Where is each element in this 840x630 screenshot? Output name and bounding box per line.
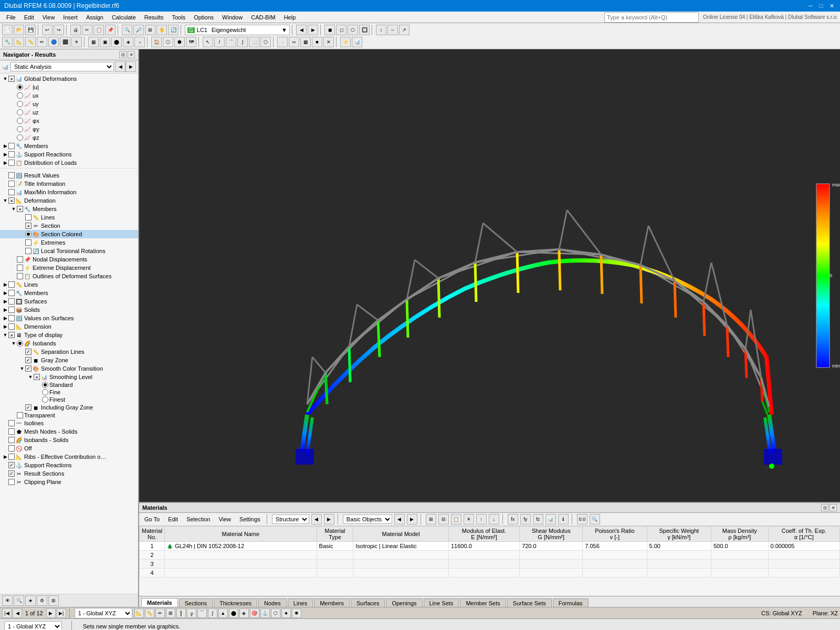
- tab-openings[interactable]: Openings: [386, 598, 422, 607]
- tree-u[interactable]: 📈 |u|: [0, 83, 138, 91]
- tb2-polygon[interactable]: ⬠: [260, 37, 271, 47]
- tree-mesh-nodes-solids[interactable]: ⬟ Mesh Nodes - Solids: [0, 427, 138, 436]
- btb15[interactable]: ★: [281, 608, 291, 618]
- radio-u[interactable]: [17, 84, 23, 90]
- tb-open[interactable]: 📂: [14, 25, 24, 35]
- 3d-view-area[interactable]: max min 0: [139, 49, 840, 502]
- btb13[interactable]: ⚓: [260, 608, 270, 618]
- check-extreme-disp[interactable]: [17, 265, 23, 271]
- tree-separation-lines[interactable]: 📏 Separation Lines: [0, 348, 138, 356]
- check-result-values[interactable]: [8, 172, 15, 178]
- menu-help[interactable]: Help: [280, 13, 300, 22]
- tree-standard[interactable]: Standard: [0, 381, 138, 388]
- tree-surfaces[interactable]: ▶ 🔲 Surfaces: [0, 297, 138, 306]
- minimize-button[interactable]: ─: [806, 2, 815, 10]
- check-isolines[interactable]: [8, 420, 15, 426]
- tb2-10[interactable]: ⬤: [111, 37, 122, 47]
- nav-tb-star[interactable]: ★: [25, 595, 36, 606]
- expand-deformation[interactable]: ▼: [2, 198, 8, 203]
- check-clipping-plane[interactable]: [8, 479, 15, 485]
- tab-materials[interactable]: Materials: [141, 598, 178, 607]
- tree-isobands-solids[interactable]: 🌈 Isobands - Solids: [0, 436, 138, 444]
- panel-tb2[interactable]: ⊟: [438, 514, 449, 524]
- panel-tb3[interactable]: 📋: [451, 514, 461, 524]
- panel-goto[interactable]: Go To: [141, 515, 163, 523]
- tree-phiz[interactable]: 📈 φz: [0, 133, 138, 142]
- table-cell[interactable]: [448, 551, 519, 560]
- view-select[interactable]: 1 - Global XYZ: [4, 621, 62, 631]
- check-mesh-nodes-solids[interactable]: [8, 428, 15, 435]
- tb2-solid[interactable]: ■: [312, 37, 322, 47]
- tab-formulas[interactable]: Formulas: [553, 598, 589, 607]
- tree-extreme-disp[interactable]: ⚡ Extreme Displacement: [0, 264, 138, 272]
- btb3[interactable]: ✏: [155, 608, 165, 618]
- expand-surfaces[interactable]: ▶: [2, 299, 8, 304]
- menu-cad-bim[interactable]: CAD-BIM: [247, 13, 279, 22]
- check-members-top[interactable]: [8, 143, 15, 149]
- radio-phiz[interactable]: [17, 134, 23, 141]
- table-cell[interactable]: 7.056: [583, 542, 647, 551]
- table-cell[interactable]: [711, 569, 768, 578]
- tab-line-sets[interactable]: Line Sets: [424, 598, 459, 607]
- tb2-rect[interactable]: ⬜: [249, 37, 259, 47]
- table-cell[interactable]: [317, 551, 353, 560]
- tree-dimension[interactable]: ▶ 📐 Dimension: [0, 322, 138, 331]
- tree-isobands[interactable]: ▼ 🌈 Isobands: [0, 339, 138, 348]
- check-off[interactable]: [8, 445, 15, 452]
- check-global-deformations[interactable]: [8, 76, 15, 82]
- check-dimension[interactable]: [8, 323, 15, 330]
- check-maxmin[interactable]: [8, 189, 15, 195]
- expand-values-surfaces[interactable]: ▶: [2, 316, 8, 321]
- tb-next-lc[interactable]: ▶: [308, 25, 318, 35]
- table-cell[interactable]: 0.000005: [768, 542, 839, 551]
- table-cell[interactable]: 5.00: [647, 542, 711, 551]
- tree-deformation[interactable]: ▼ 📐 Deformation: [0, 196, 138, 205]
- radio-phix[interactable]: [17, 118, 23, 124]
- tab-sections[interactable]: Sections: [179, 598, 213, 607]
- tb2-node[interactable]: ·: [277, 37, 288, 47]
- tree-lines-top[interactable]: ▶ 📏 Lines: [0, 280, 138, 289]
- tb-render1[interactable]: ◼: [324, 25, 335, 35]
- btb10[interactable]: ⬤: [229, 608, 238, 618]
- table-cell[interactable]: [165, 569, 317, 578]
- btb4[interactable]: ⊞: [166, 608, 175, 618]
- table-cell[interactable]: Isotropic | Linear Elastic: [353, 542, 449, 551]
- tb2-calc[interactable]: ⚡: [340, 37, 351, 47]
- tree-members-top[interactable]: ▶ 🔧 Members: [0, 142, 138, 150]
- expand-support-top[interactable]: ▶: [2, 152, 8, 157]
- menu-window[interactable]: Window: [218, 13, 247, 22]
- check-smoothing[interactable]: [34, 374, 40, 380]
- btb6[interactable]: ╔: [187, 608, 196, 618]
- table-cell[interactable]: [353, 551, 449, 560]
- table-cell[interactable]: [165, 560, 317, 569]
- menu-options[interactable]: Options: [190, 13, 218, 22]
- tb2-6[interactable]: ⬛: [60, 37, 70, 47]
- expand-solids[interactable]: ▶: [2, 307, 8, 312]
- nav-next[interactable]: ▶: [125, 61, 136, 72]
- expand-icon[interactable]: ▼: [2, 76, 8, 81]
- check-lines-top[interactable]: [8, 281, 15, 288]
- tb-redo[interactable]: ↪: [54, 25, 64, 35]
- tab-lines[interactable]: Lines: [288, 598, 313, 607]
- tb-ax1[interactable]: ↕: [376, 25, 386, 35]
- expand-distribution[interactable]: ▶: [2, 160, 8, 165]
- btb11[interactable]: ◈: [239, 608, 249, 618]
- tab-surface-sets[interactable]: Surface Sets: [507, 598, 552, 607]
- tree-def-members[interactable]: ▼ 🔧 Members: [0, 205, 138, 213]
- tb-render3[interactable]: ⬡: [348, 25, 358, 35]
- check-isobands-solids[interactable]: [8, 437, 15, 443]
- tab-nodes[interactable]: Nodes: [258, 598, 287, 607]
- table-cell[interactable]: 4: [140, 569, 165, 578]
- table-cell[interactable]: 11600.0: [448, 542, 519, 551]
- tree-nodal-disp[interactable]: 📌 Nodal Displacements: [0, 255, 138, 264]
- prev-page[interactable]: ◀: [13, 608, 22, 618]
- nav-undock[interactable]: ⊡: [119, 51, 127, 58]
- tb-zoom-in[interactable]: 🔍: [122, 25, 132, 35]
- tree-solids[interactable]: ▶ 📦 Solids: [0, 306, 138, 314]
- tb-render4[interactable]: 🔲: [359, 25, 370, 35]
- radio-phiy[interactable]: [17, 126, 23, 132]
- panel-structure-select[interactable]: Structure: [272, 514, 309, 524]
- menu-calculate[interactable]: Calculate: [108, 13, 140, 22]
- tree-clipping-plane[interactable]: ✂ Clipping Plane: [0, 478, 138, 486]
- tree-support-reactions[interactable]: ⚓ Support Reactions: [0, 461, 138, 469]
